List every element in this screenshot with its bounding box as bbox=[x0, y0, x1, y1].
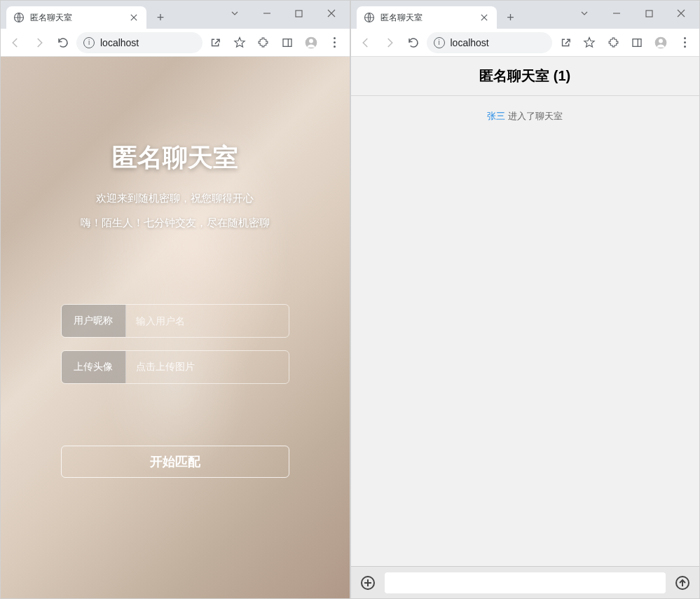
reload-button[interactable] bbox=[53, 32, 74, 53]
window-controls bbox=[219, 1, 350, 29]
system-message-action: 进入了聊天室 bbox=[505, 111, 563, 121]
new-tab-button[interactable]: + bbox=[151, 8, 170, 27]
nickname-label: 用户昵称 bbox=[62, 305, 126, 337]
back-button[interactable] bbox=[5, 32, 26, 53]
nickname-input[interactable] bbox=[126, 305, 289, 337]
new-tab-button[interactable]: + bbox=[501, 8, 521, 27]
reload-button[interactable] bbox=[403, 32, 424, 53]
forward-button[interactable] bbox=[379, 32, 400, 53]
menu-icon[interactable] bbox=[674, 32, 695, 53]
close-window-icon[interactable] bbox=[666, 4, 696, 23]
back-button[interactable] bbox=[355, 32, 376, 53]
start-match-button[interactable]: 开始匹配 bbox=[61, 446, 289, 478]
site-info-icon[interactable]: i bbox=[434, 37, 445, 48]
address-bar[interactable]: i localhost bbox=[427, 32, 553, 53]
side-panel-icon[interactable] bbox=[626, 32, 647, 53]
login-page: 匿名聊天室 欢迎来到随机密聊，祝您聊得开心 嗨！陌生人！七分钟交友，尽在随机密聊… bbox=[1, 57, 350, 598]
site-info-icon[interactable]: i bbox=[83, 37, 95, 48]
chat-title: 匿名聊天室 (1) bbox=[351, 67, 700, 85]
browser-window-right: 匿名聊天室 + i localhost 匿名聊天室 (1) bbox=[350, 0, 701, 599]
avatar-label: 上传头像 bbox=[62, 351, 126, 383]
avatar-upload-text: 点击上传图片 bbox=[126, 351, 289, 383]
star-icon[interactable] bbox=[579, 32, 600, 53]
maximize-icon[interactable] bbox=[284, 4, 315, 23]
minimize-icon[interactable] bbox=[252, 4, 282, 23]
browser-tab[interactable]: 匿名聊天室 bbox=[357, 6, 497, 29]
url-text: localhost bbox=[451, 37, 489, 48]
url-text: localhost bbox=[100, 37, 139, 48]
subtitle-2: 嗨！陌生人！七分钟交友，尽在随机密聊 bbox=[81, 216, 270, 230]
avatar-group[interactable]: 上传头像 点击上传图片 bbox=[61, 350, 289, 384]
profile-icon[interactable] bbox=[650, 32, 671, 53]
maximize-icon[interactable] bbox=[633, 4, 664, 23]
svg-rect-7 bbox=[633, 39, 641, 46]
svg-rect-1 bbox=[296, 11, 302, 17]
minimize-icon[interactable] bbox=[601, 4, 632, 23]
chat-page: 匿名聊天室 (1) 张三 进入了聊天室 bbox=[351, 57, 700, 598]
tab-title: 匿名聊天室 bbox=[30, 12, 123, 24]
profile-icon[interactable] bbox=[301, 32, 322, 53]
chat-input-bar bbox=[351, 566, 700, 598]
toolbar: i localhost bbox=[351, 29, 700, 57]
extensions-icon[interactable] bbox=[603, 32, 624, 53]
system-message-user: 张三 bbox=[487, 111, 505, 121]
browser-tab[interactable]: 匿名聊天室 bbox=[6, 6, 146, 29]
svg-point-9 bbox=[659, 39, 663, 43]
dropdown-icon[interactable] bbox=[569, 4, 600, 23]
system-message: 张三 进入了聊天室 bbox=[358, 110, 693, 123]
message-input[interactable] bbox=[385, 572, 666, 593]
close-tab-icon[interactable] bbox=[479, 12, 490, 23]
toolbar: i localhost bbox=[1, 29, 350, 57]
attach-icon[interactable] bbox=[358, 573, 378, 593]
subtitle-1: 欢迎来到随机密聊，祝您聊得开心 bbox=[96, 192, 254, 205]
page-title: 匿名聊天室 bbox=[112, 141, 238, 175]
globe-icon bbox=[364, 12, 375, 23]
send-icon[interactable] bbox=[673, 573, 692, 593]
titlebar: 匿名聊天室 + bbox=[351, 1, 700, 29]
star-icon[interactable] bbox=[229, 32, 250, 53]
svg-point-4 bbox=[309, 39, 313, 43]
forward-button[interactable] bbox=[29, 32, 50, 53]
svg-rect-2 bbox=[283, 39, 291, 46]
share-icon[interactable] bbox=[205, 32, 226, 53]
tab-title: 匿名聊天室 bbox=[380, 12, 473, 24]
chat-body: 张三 进入了聊天室 bbox=[351, 96, 700, 566]
window-controls bbox=[569, 1, 699, 29]
globe-icon bbox=[13, 12, 25, 23]
chat-header: 匿名聊天室 (1) bbox=[351, 57, 700, 96]
dropdown-icon[interactable] bbox=[219, 4, 250, 23]
side-panel-icon[interactable] bbox=[277, 32, 298, 53]
address-bar[interactable]: i localhost bbox=[76, 32, 203, 53]
nickname-group: 用户昵称 bbox=[61, 304, 289, 338]
extensions-icon[interactable] bbox=[253, 32, 274, 53]
share-icon[interactable] bbox=[555, 32, 576, 53]
svg-rect-6 bbox=[646, 11, 652, 17]
menu-icon[interactable] bbox=[324, 32, 345, 53]
close-window-icon[interactable] bbox=[316, 4, 347, 23]
close-tab-icon[interactable] bbox=[128, 12, 139, 23]
titlebar: 匿名聊天室 + bbox=[1, 1, 350, 29]
browser-window-left: 匿名聊天室 + i localhost 匿名聊天室 欢迎来到随机 bbox=[0, 0, 350, 599]
